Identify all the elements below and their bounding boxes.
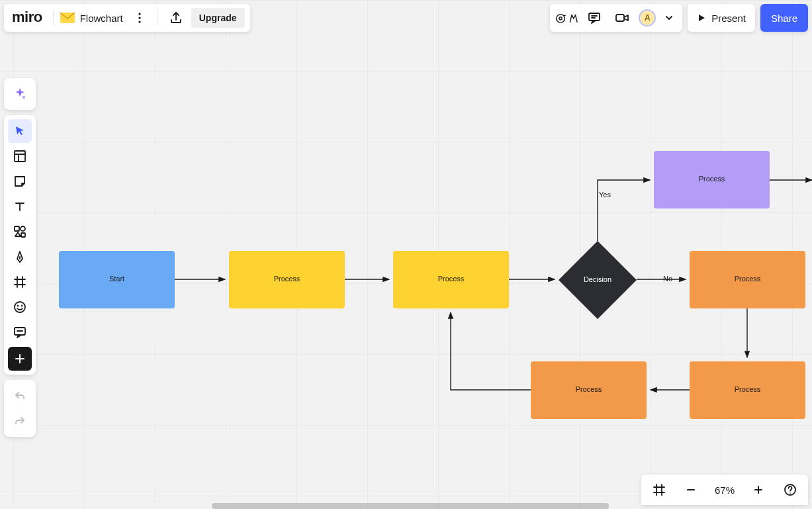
add-tool[interactable]: [8, 347, 32, 371]
flow-node-label: Process: [699, 175, 725, 183]
flow-node-label: Decision: [584, 275, 611, 283]
flow-edge[interactable]: [451, 312, 531, 390]
reactions-button[interactable]: [555, 7, 578, 29]
pen-tool[interactable]: [8, 245, 32, 269]
board-title[interactable]: Flowchart: [79, 13, 124, 24]
zoom-in-button[interactable]: [747, 479, 770, 501]
text-tool[interactable]: [8, 195, 32, 218]
flow-node-label: Process: [735, 275, 761, 283]
undo-button[interactable]: [8, 384, 32, 408]
divider: [53, 10, 54, 26]
more-menu-button[interactable]: [128, 7, 151, 29]
ai-panel: [4, 78, 36, 110]
svg-point-14: [18, 306, 19, 306]
present-button[interactable]: Present: [688, 4, 755, 32]
select-tool[interactable]: [8, 119, 32, 143]
svg-rect-6: [589, 13, 600, 21]
ai-tool[interactable]: [8, 82, 32, 106]
tools-panel: [4, 115, 36, 375]
svg-point-18: [789, 492, 791, 494]
horizontal-scrollbar[interactable]: [212, 503, 609, 509]
flow-edge[interactable]: [598, 180, 650, 241]
svg-point-11: [21, 226, 25, 231]
header-right: A Present Share: [550, 4, 808, 32]
help-button[interactable]: [779, 479, 801, 501]
play-icon: [697, 13, 706, 23]
comment-tool[interactable]: [8, 320, 32, 344]
svg-point-3: [138, 21, 140, 23]
frame-tool[interactable]: [8, 270, 32, 294]
left-toolbar: [4, 78, 36, 437]
svg-rect-12: [21, 233, 25, 237]
svg-rect-10: [15, 226, 19, 231]
stickers-tool[interactable]: [8, 295, 32, 319]
flow-node-label: Process: [274, 275, 300, 283]
collab-group: A: [550, 4, 682, 32]
present-label: Present: [711, 13, 746, 24]
svg-point-15: [22, 306, 23, 306]
svg-point-1: [138, 13, 140, 15]
header-left: miro Flowchart Upgrade: [4, 4, 250, 32]
flow-node-label: Process: [735, 385, 761, 393]
share-button[interactable]: Share: [760, 4, 808, 32]
sticky-tool[interactable]: [8, 169, 32, 193]
redo-button[interactable]: [8, 409, 32, 433]
upgrade-button[interactable]: Upgrade: [191, 8, 245, 28]
svg-point-8: [23, 96, 25, 99]
avatar-menu-button[interactable]: [661, 7, 677, 29]
zoom-bar: 67%: [641, 475, 808, 505]
history-panel: [4, 380, 36, 437]
fit-button[interactable]: [648, 479, 670, 501]
mail-icon[interactable]: [60, 13, 75, 23]
svg-rect-7: [616, 15, 624, 21]
shapes-tool[interactable]: [8, 220, 32, 244]
video-button[interactable]: [611, 7, 633, 29]
svg-rect-9: [15, 151, 25, 162]
templates-tool[interactable]: [8, 144, 32, 168]
canvas[interactable]: YesNoStartProcessProcessDecisionProcessP…: [0, 0, 812, 509]
user-avatar[interactable]: A: [639, 9, 656, 26]
flow-node-label: Start: [109, 275, 124, 283]
svg-point-5: [559, 17, 562, 20]
flow-node-label: Process: [576, 385, 602, 393]
flowchart-svg: YesNoStartProcessProcessDecisionProcessP…: [0, 0, 812, 509]
comments-button[interactable]: [583, 7, 606, 29]
export-button[interactable]: [165, 7, 187, 29]
svg-point-2: [138, 17, 140, 19]
divider: [158, 10, 158, 26]
zoom-out-button[interactable]: [680, 479, 702, 501]
app-logo[interactable]: miro: [9, 9, 46, 27]
flow-edge-label: Yes: [599, 191, 611, 199]
share-label: Share: [771, 13, 797, 24]
flow-node-label: Process: [438, 275, 465, 283]
zoom-level[interactable]: 67%: [711, 485, 738, 496]
flow-edge-label: No: [663, 275, 672, 283]
svg-point-13: [15, 302, 25, 312]
